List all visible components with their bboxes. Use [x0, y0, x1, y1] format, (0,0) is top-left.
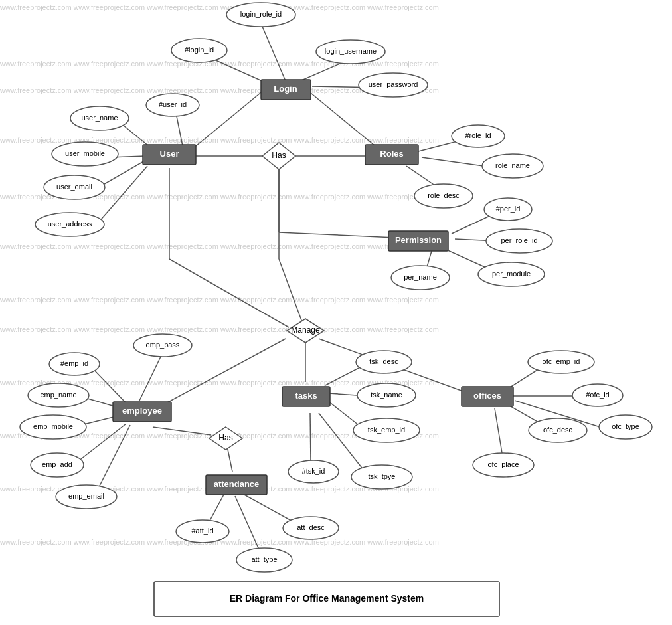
svg-text:#ofc_id: #ofc_id	[586, 391, 609, 399]
svg-text:login_role_id: login_role_id	[240, 10, 282, 18]
svg-text:att_desc: att_desc	[297, 523, 325, 531]
svg-text:per_module: per_module	[492, 270, 531, 278]
svg-text:www.freeprojectz.com        ww: www.freeprojectz.com www.freeprojectz.co…	[0, 296, 439, 304]
svg-line-22	[98, 166, 147, 223]
svg-text:www.freeprojectz.com        ww: www.freeprojectz.com www.freeprojectz.co…	[0, 136, 439, 144]
svg-text:www.freeprojectz.com        ww: www.freeprojectz.com www.freeprojectz.co…	[0, 325, 439, 333]
svg-text:ofc_desc: ofc_desc	[543, 426, 573, 434]
svg-text:#login_id: #login_id	[185, 46, 214, 54]
svg-line-37	[279, 259, 302, 322]
svg-text:tsk_tpye: tsk_tpye	[369, 472, 396, 480]
svg-text:user_name: user_name	[81, 114, 118, 122]
svg-line-52	[310, 413, 311, 462]
svg-text:login_username: login_username	[325, 47, 377, 55]
svg-text:tsk_name: tsk_name	[371, 391, 402, 399]
svg-text:www.freeprojectz.com        ww: www.freeprojectz.com www.freeprojectz.co…	[0, 3, 439, 11]
svg-text:#tsk_id: #tsk_id	[302, 467, 325, 475]
svg-text:ofc_place: ofc_place	[487, 460, 519, 468]
svg-text:#att_id: #att_id	[191, 527, 213, 535]
svg-text:tsk_desc: tsk_desc	[369, 357, 398, 365]
svg-text:User: User	[160, 149, 179, 159]
svg-text:emp_add: emp_add	[42, 460, 72, 468]
svg-line-49	[325, 365, 364, 385]
svg-text:#role_id: #role_id	[465, 132, 491, 139]
svg-text:user_mobile: user_mobile	[65, 149, 105, 157]
svg-text:Login: Login	[274, 84, 297, 94]
svg-line-46	[95, 425, 130, 495]
svg-text:emp_name: emp_name	[40, 391, 76, 399]
svg-text:tsk_emp_id: tsk_emp_id	[368, 426, 405, 434]
svg-text:emp_email: emp_email	[68, 492, 104, 500]
svg-text:user_password: user_password	[369, 80, 418, 88]
svg-text:emp_pass: emp_pass	[146, 341, 180, 349]
svg-text:user_email: user_email	[56, 183, 92, 191]
svg-text:Roles: Roles	[380, 149, 403, 159]
svg-text:tasks: tasks	[295, 391, 317, 401]
svg-line-18	[176, 113, 183, 146]
svg-line-26	[422, 157, 483, 166]
svg-text:per_role_id: per_role_id	[501, 236, 537, 244]
svg-text:Has: Has	[272, 151, 286, 160]
svg-text:per_name: per_name	[404, 273, 437, 281]
svg-text:emp_mobile: emp_mobile	[33, 422, 73, 430]
svg-line-48	[227, 446, 232, 472]
svg-text:Manage: Manage	[291, 325, 320, 335]
svg-line-16	[196, 90, 264, 146]
svg-text:Has: Has	[218, 433, 232, 442]
svg-text:ofc_emp_id: ofc_emp_id	[543, 357, 580, 365]
er-diagram: www.freeprojectz.com www.freeprojectz.co…	[0, 0, 672, 625]
diagram-title: ER Diagram For Office Management System	[230, 593, 424, 604]
svg-text:Permission: Permission	[395, 235, 442, 245]
svg-text:user_address: user_address	[48, 220, 92, 228]
svg-line-61	[235, 496, 262, 555]
svg-text:#emp_id: #emp_id	[60, 359, 88, 367]
svg-text:role_name: role_name	[495, 161, 530, 169]
svg-text:www.freeprojectz.com        ww: www.freeprojectz.com www.freeprojectz.co…	[0, 242, 439, 250]
svg-text:offices: offices	[473, 391, 501, 401]
svg-text:attendance: attendance	[214, 479, 260, 489]
svg-line-17	[307, 90, 375, 146]
svg-line-29	[279, 232, 395, 238]
svg-line-21	[101, 161, 145, 186]
svg-line-12	[261, 23, 286, 81]
svg-line-42	[139, 355, 161, 401]
svg-text:att_type: att_type	[251, 555, 277, 563]
svg-text:ofc_type: ofc_type	[612, 422, 639, 430]
svg-line-35	[169, 259, 289, 327]
svg-text:employee: employee	[122, 406, 162, 416]
svg-text:role_desc: role_desc	[428, 191, 460, 199]
svg-line-47	[153, 427, 211, 435]
svg-text:#per_id: #per_id	[496, 205, 521, 213]
svg-text:#user_id: #user_id	[159, 100, 187, 108]
